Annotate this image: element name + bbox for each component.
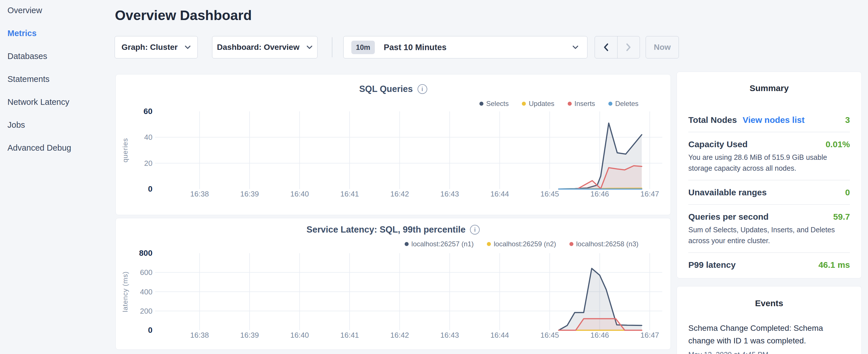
events-title: Events <box>688 298 850 308</box>
svg-text:queries: queries <box>121 138 129 163</box>
time-step-forward-button[interactable] <box>617 36 640 58</box>
events-panel: Events Schema Change Completed: Schema c… <box>677 286 862 354</box>
service-latency-chart-card: Service Latency: SQL, 99th percentile i … <box>116 218 671 350</box>
chevron-down-icon <box>572 45 579 49</box>
sidebar-item-statements[interactable]: Statements <box>0 69 115 89</box>
graph-dropdown[interactable]: Graph: Cluster <box>115 36 198 58</box>
svg-text:20: 20 <box>144 159 152 167</box>
svg-text:16:46: 16:46 <box>590 331 609 340</box>
sidebar-item-overview[interactable]: Overview <box>0 0 115 21</box>
capacity-used-label: Capacity Used <box>688 139 748 149</box>
sidebar-item-databases[interactable]: Databases <box>0 46 115 66</box>
now-button[interactable]: Now <box>646 36 679 58</box>
summary-row-unavailable-ranges: Unavailable ranges 0 <box>688 180 850 204</box>
svg-text:16:40: 16:40 <box>290 331 309 340</box>
summary-row-p99-latency: P99 latency 46.1 ms <box>688 252 850 277</box>
svg-text:16:44: 16:44 <box>490 331 509 340</box>
p99-latency-label: P99 latency <box>688 260 736 270</box>
queries-per-second-description: Sum of Selects, Updates, Inserts, and De… <box>688 225 850 246</box>
dashboard-dropdown[interactable]: Dashboard: Overview <box>212 36 317 58</box>
event-message: Schema Change Completed: Schema change w… <box>688 322 850 347</box>
page-title: Overview Dashboard <box>115 7 252 23</box>
svg-text:60: 60 <box>144 107 152 116</box>
svg-text:16:47: 16:47 <box>641 331 659 340</box>
total-nodes-label: Total Nodes <box>688 115 737 125</box>
svg-text:16:38: 16:38 <box>190 331 209 340</box>
sidebar-item-network-latency[interactable]: Network Latency <box>0 92 115 112</box>
svg-text:0: 0 <box>148 185 152 193</box>
summary-row-total-nodes: Total Nodes View nodes list 3 <box>688 108 850 132</box>
svg-text:200: 200 <box>140 307 152 315</box>
time-range-dropdown[interactable]: 10m Past 10 Minutes <box>343 36 587 58</box>
svg-text:16:41: 16:41 <box>340 190 359 198</box>
dashboard-dropdown-label: Dashboard: Overview <box>217 43 300 52</box>
chevron-left-icon <box>602 43 610 52</box>
queries-per-second-value: 59.7 <box>833 212 850 222</box>
sidebar-item-jobs[interactable]: Jobs <box>0 115 115 135</box>
svg-text:600: 600 <box>140 268 152 277</box>
svg-text:16:45: 16:45 <box>540 190 559 198</box>
chevron-right-icon <box>625 43 632 52</box>
chevron-down-icon <box>306 45 313 49</box>
svg-text:16:39: 16:39 <box>240 331 259 340</box>
svg-text:16:43: 16:43 <box>440 190 459 198</box>
svg-text:16:41: 16:41 <box>340 331 359 340</box>
summary-panel: Summary Total Nodes View nodes list 3 Ca… <box>677 72 862 279</box>
svg-text:16:46: 16:46 <box>590 190 609 198</box>
summary-title: Summary <box>688 83 850 93</box>
queries-per-second-label: Queries per second <box>688 212 769 222</box>
time-range-label: Past 10 Minutes <box>384 43 446 52</box>
time-step-back-button[interactable] <box>595 36 617 58</box>
total-nodes-value: 3 <box>845 115 850 125</box>
svg-text:16:38: 16:38 <box>190 190 209 198</box>
time-range-badge: 10m <box>351 41 375 54</box>
chevron-down-icon <box>185 45 191 49</box>
capacity-used-description: You are using 28.6 MiB of 515.9 GiB usab… <box>688 152 850 173</box>
svg-text:16:45: 16:45 <box>540 331 559 340</box>
svg-text:0: 0 <box>148 326 152 334</box>
sidebar-item-advanced-debug[interactable]: Advanced Debug <box>0 137 115 158</box>
svg-text:16:47: 16:47 <box>641 190 659 198</box>
svg-text:latency (ms): latency (ms) <box>121 271 129 312</box>
p99-latency-value: 46.1 ms <box>818 260 850 270</box>
svg-text:16:39: 16:39 <box>240 190 259 198</box>
sidebar: Overview Metrics Databases Statements Ne… <box>0 0 115 354</box>
controls-divider <box>332 37 333 57</box>
event-timestamp: May 13, 2020 at 4:45 PM <box>688 351 850 354</box>
capacity-used-value: 0.01% <box>826 139 850 149</box>
svg-text:16:44: 16:44 <box>490 190 509 198</box>
sidebar-item-metrics[interactable]: Metrics <box>0 23 115 43</box>
graph-dropdown-label: Graph: Cluster <box>122 43 178 52</box>
sql-queries-chart-card: SQL Queries i SelectsUpdatesInsertsDelet… <box>116 74 671 215</box>
time-step-buttons <box>595 36 640 58</box>
svg-text:40: 40 <box>144 133 152 141</box>
unavailable-ranges-label: Unavailable ranges <box>688 188 767 197</box>
svg-text:16:42: 16:42 <box>390 331 409 340</box>
view-nodes-list-link[interactable]: View nodes list <box>743 115 804 125</box>
unavailable-ranges-value: 0 <box>845 188 850 197</box>
svg-text:16:40: 16:40 <box>290 190 309 198</box>
svg-text:400: 400 <box>140 288 152 296</box>
svg-text:16:43: 16:43 <box>440 331 459 340</box>
svg-text:16:42: 16:42 <box>390 190 409 198</box>
svg-text:800: 800 <box>139 249 152 257</box>
